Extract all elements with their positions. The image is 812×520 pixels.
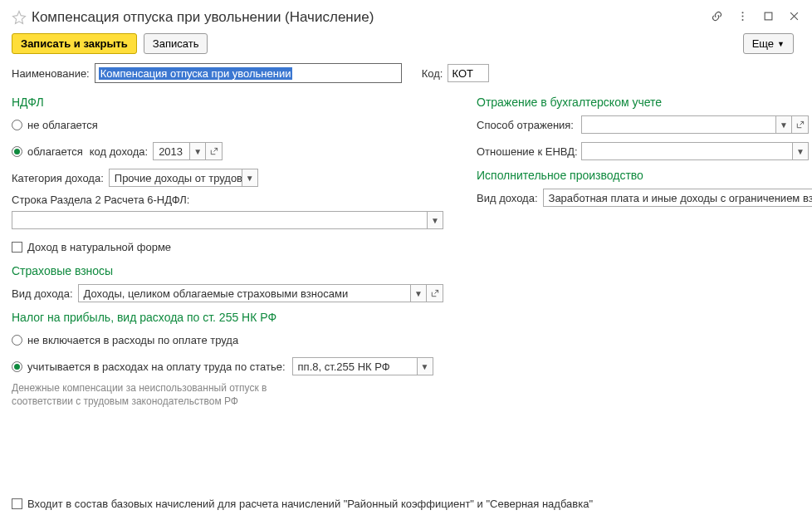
code-label: Код:: [422, 67, 443, 80]
accounting-method-label: Способ отражения:: [477, 119, 576, 131]
profit-tax-title: Налог на прибыль, вид расхода по ст. 255…: [12, 311, 443, 324]
close-icon[interactable]: [788, 10, 800, 25]
base-accruals-checkbox[interactable]: [12, 498, 22, 509]
name-input[interactable]: Компенсация отпуска при увольнении: [95, 63, 402, 83]
profit-article-value[interactable]: пп.8, ст.255 НК РФ: [292, 357, 417, 375]
profit-not-included-label: не включается в расходы по оплате труда: [27, 334, 238, 346]
accounting-envd-combo[interactable]: ▼: [581, 142, 809, 160]
svg-point-2: [742, 19, 744, 21]
kebab-icon[interactable]: [736, 10, 749, 25]
chevron-down-icon[interactable]: ▼: [792, 142, 809, 160]
svg-point-1: [742, 16, 744, 17]
chevron-down-icon: ▼: [777, 40, 785, 48]
ndfl-not-taxed-radio[interactable]: [12, 120, 22, 130]
enforcement-income-type-label: Вид дохода:: [477, 192, 538, 204]
base-accruals-label: Входит в состав базовых начислений для р…: [27, 498, 593, 510]
open-icon[interactable]: [427, 284, 443, 302]
in-kind-checkbox[interactable]: [12, 242, 22, 253]
profit-included-label: учитывается в расходах на оплату труда п…: [27, 361, 286, 373]
enforcement-title: Исполнительное производство: [477, 169, 809, 182]
chevron-down-icon[interactable]: ▼: [775, 115, 792, 134]
category-combo[interactable]: Прочие доходы от трудов ▼: [109, 169, 258, 187]
insurance-income-type-label: Вид дохода:: [12, 287, 73, 300]
chevron-down-icon[interactable]: ▼: [242, 169, 258, 187]
code-input[interactable]: [448, 64, 489, 82]
insurance-income-type-combo[interactable]: Доходы, целиком облагаемые страховыми вз…: [78, 284, 443, 302]
svg-rect-3: [765, 12, 772, 20]
insurance-title: Страховые взносы: [12, 264, 443, 277]
section2-value[interactable]: [12, 211, 427, 229]
profit-included-radio[interactable]: [12, 361, 22, 372]
accounting-envd-label: Отношение к ЕНВД:: [477, 145, 576, 158]
more-button[interactable]: Еще ▼: [743, 33, 794, 54]
profit-article-combo[interactable]: пп.8, ст.255 НК РФ ▼: [292, 357, 433, 375]
link-icon[interactable]: [711, 10, 723, 25]
ndfl-not-taxed-label: не облагается: [27, 119, 98, 131]
toolbar: Записать и закрыть Записать Еще ▼: [12, 33, 800, 54]
name-row: Наименование: Компенсация отпуска при ув…: [12, 62, 800, 84]
open-icon[interactable]: [206, 142, 223, 160]
income-code-value[interactable]: 2013: [153, 142, 189, 160]
svg-point-0: [742, 12, 744, 13]
maximize-icon[interactable]: [762, 10, 775, 25]
page-title: Компенсация отпуска при увольнении (Начи…: [32, 9, 374, 26]
ndfl-title: НДФЛ: [12, 96, 443, 109]
enforcement-income-type-combo[interactable]: Заработная плата и иные доходы с огранич…: [543, 189, 812, 207]
star-icon[interactable]: [12, 10, 27, 25]
section2-combo[interactable]: ▼: [12, 211, 443, 229]
in-kind-label: Доход в натуральной форме: [27, 241, 171, 253]
name-label: Наименование:: [12, 67, 90, 80]
chevron-down-icon[interactable]: ▼: [189, 142, 206, 160]
name-value: Компенсация отпуска при увольнении: [99, 67, 293, 80]
accounting-envd-value[interactable]: [581, 142, 792, 160]
insurance-income-type-value[interactable]: Доходы, целиком облагаемые страховыми вз…: [78, 284, 410, 302]
chevron-down-icon[interactable]: ▼: [410, 284, 427, 302]
chevron-down-icon[interactable]: ▼: [417, 357, 433, 375]
ndfl-taxed-label: облагается: [27, 145, 83, 158]
more-button-label: Еще: [752, 37, 774, 50]
income-code-label: код дохода:: [90, 145, 148, 158]
footer-row: Входит в состав базовых начислений для р…: [12, 498, 593, 510]
accounting-method-value[interactable]: [581, 115, 775, 134]
category-label: Категория дохода:: [12, 172, 104, 184]
titlebar: Компенсация отпуска при увольнении (Начи…: [12, 7, 800, 28]
accounting-title: Отражение в бухгалтерском учете: [477, 96, 809, 109]
open-icon[interactable]: [792, 115, 809, 134]
category-value[interactable]: Прочие доходы от трудов: [109, 169, 242, 187]
ndfl-taxed-radio[interactable]: [12, 146, 22, 157]
save-close-button[interactable]: Записать и закрыть: [12, 33, 137, 54]
accounting-method-combo[interactable]: ▼: [581, 115, 809, 134]
profit-hint: Денежные компенсации за неиспользованный…: [12, 382, 277, 408]
chevron-down-icon[interactable]: ▼: [427, 211, 443, 229]
profit-not-included-radio[interactable]: [12, 335, 22, 346]
income-code-combo[interactable]: 2013 ▼: [153, 142, 223, 160]
section2-label: Строка Раздела 2 Расчета 6-НДФЛ:: [12, 194, 189, 206]
save-button[interactable]: Записать: [144, 33, 208, 54]
enforcement-income-type-value[interactable]: Заработная плата и иные доходы с огранич…: [543, 189, 812, 207]
